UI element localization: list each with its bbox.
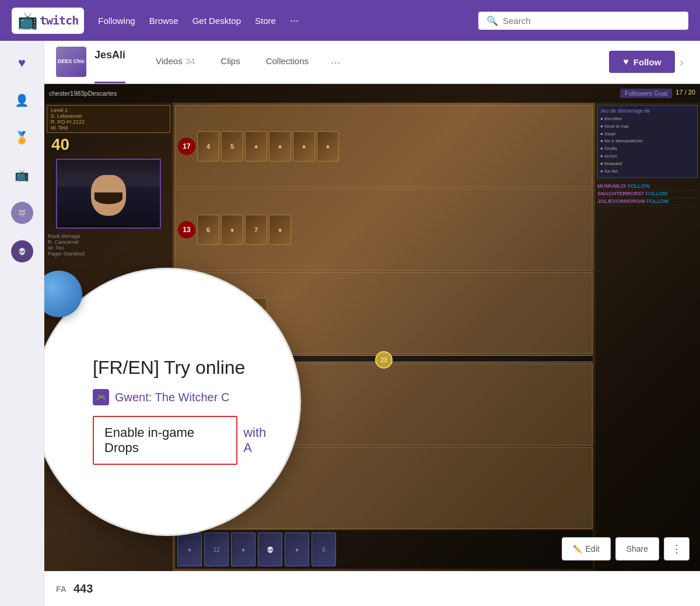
card-2-3: 7	[245, 215, 267, 245]
channel-tabs: Videos 34 Clips Collections ···	[143, 41, 609, 83]
top-navigation: 📺 twitch Following Browse Get Desktop St…	[0, 0, 700, 41]
viewer-count: 443	[74, 582, 93, 596]
chat-name-1: MUMUMLIX	[597, 183, 626, 189]
stream-title: [FR/EN] Try online	[93, 356, 276, 379]
player-stats: Level 1S. LebeaunerR. PO-FI 2122W. Test	[51, 107, 166, 131]
player-name: chester1983p	[49, 90, 88, 97]
game-name: Gwent: The Witcher C	[115, 391, 229, 404]
row-score-1: 17	[178, 138, 195, 155]
webcam-beard	[94, 192, 123, 204]
magnifier-content: [FR/EN] Try online 🎮 Gwent: The Witcher …	[44, 269, 299, 534]
search-input[interactable]	[503, 16, 680, 26]
content-area: DEES Chic JesAli Videos 34 Clips Collect…	[44, 41, 700, 606]
card-2-4: ♦	[269, 215, 291, 245]
sidebar-badge-icon[interactable]: 🏅	[9, 125, 35, 150]
row-score-2: 13	[178, 221, 195, 239]
game-icon: 🎮	[93, 389, 109, 405]
chat-action-2: FOLLOW	[646, 191, 668, 197]
followers-goal-box: Jeu de démarrage de ● Brocilles ● force …	[597, 105, 698, 178]
gwent-right-panel: Jeu de démarrage de ● Brocilles ● force …	[595, 103, 700, 571]
tab-videos[interactable]: Videos 34	[143, 41, 208, 83]
card-2-2: ♦	[221, 215, 243, 245]
chat-entry-2: SNACHTERROR57 FOLLOW	[597, 190, 698, 198]
bottom-left: FA 443	[56, 582, 93, 596]
search-bar: 🔍	[478, 12, 688, 30]
card-2-1: 6	[197, 215, 219, 245]
card-1-3: ♦	[245, 131, 267, 162]
gwent-row-1: 17 4 5 ♦ ♦ ♦ ♦	[175, 105, 593, 187]
divider-token: 23	[375, 351, 393, 369]
secondary-player-info: Rank bitmageR. CancarnetW. TiroPager Sta…	[47, 232, 170, 258]
nav-following[interactable]: Following	[98, 16, 135, 26]
chat-follow-section: MUMUMLIX FOLLOW SNACHTERROR57 FOLLOW JOL…	[597, 183, 698, 205]
follow-button[interactable]: ♥ Follow	[609, 51, 675, 73]
btm-card-6: 6	[312, 533, 336, 566]
card-1-6: ♦	[317, 131, 339, 162]
channel-name[interactable]: JesAli	[94, 41, 125, 83]
twitch-logo-text: twitch	[40, 13, 78, 27]
webcam-person	[57, 160, 160, 227]
sidebar-avatar-1[interactable]: 🐺	[11, 202, 33, 224]
drops-box: Enable in-game Drops	[93, 416, 237, 465]
chat-action-3: FOLLOW	[647, 198, 669, 204]
edit-button[interactable]: ✏️ Edit	[562, 537, 611, 561]
nav-browse[interactable]: Browse	[149, 16, 178, 26]
sidebar-twitch-icon[interactable]: 📺	[9, 162, 35, 188]
score-display: 17 / 20	[676, 89, 695, 98]
edit-label: Edit	[586, 544, 600, 554]
card-1-5: ♦	[293, 131, 315, 162]
gwent-player-score: 40	[47, 134, 170, 155]
main-layout: ♥ 👤 🏅 📺 🐺 💀 DEES Chic JesAli	[0, 41, 700, 606]
viewer-count-value: 443	[74, 582, 93, 595]
fa-label: FA	[56, 584, 66, 594]
channel-avatar: DEES Chic	[56, 47, 86, 77]
stream-actions: ✏️ Edit Share ⋮	[562, 537, 690, 561]
gwent-row-2: 13 6 ♦ 7 ♦	[175, 188, 593, 271]
tab-more[interactable]: ···	[321, 41, 350, 83]
stream-area: chester1983p Descartes Followers Goal 17…	[44, 84, 700, 571]
gwent-top-bar: chester1983p Descartes Followers Goal 17…	[44, 84, 700, 103]
game-menu-items: ● Brocilles ● force le mal ● Sorpl ● Ne …	[600, 115, 695, 175]
sidebar-avatar-2[interactable]: 💀	[11, 240, 33, 262]
chat-action-1: FOLLOW	[628, 183, 650, 189]
stream-webcam	[56, 159, 161, 229]
sidebar-profile-icon[interactable]: 👤	[9, 87, 35, 113]
player-char: Descartes	[88, 90, 117, 97]
nav-get-desktop[interactable]: Get Desktop	[192, 16, 241, 26]
nav-more-dots[interactable]: ···	[290, 15, 299, 27]
sidebar: ♥ 👤 🏅 📺 🐺 💀	[0, 41, 44, 606]
magnifier-circle: [FR/EN] Try online 🎮 Gwent: The Witcher …	[44, 268, 301, 536]
card-1-2: 5	[221, 131, 243, 162]
main-nav: Following Browse Get Desktop Store ···	[98, 15, 299, 27]
twitch-logo-icon: 📺	[18, 11, 37, 30]
follow-label: Follow	[634, 57, 662, 67]
twitch-logo[interactable]: 📺 twitch	[12, 8, 84, 34]
card-1-4: ♦	[269, 131, 291, 162]
channel-header: DEES Chic JesAli Videos 34 Clips Collect…	[44, 41, 700, 84]
tab-collections[interactable]: Collections	[253, 41, 321, 83]
chat-name-3: JOLIEVONMOROW	[597, 198, 645, 204]
nav-store[interactable]: Store	[255, 16, 276, 26]
drops-suffix: with A	[243, 425, 276, 456]
drops-row: Enable in-game Drops with A	[93, 416, 276, 465]
search-icon: 🔍	[487, 15, 498, 26]
game-link[interactable]: 🎮 Gwent: The Witcher C	[93, 389, 276, 405]
player-info-box: Level 1S. LebeaunerR. PO-FI 2122W. Test	[47, 105, 170, 133]
more-options-button[interactable]: ⋮	[664, 537, 690, 561]
bottom-bar: FA 443	[44, 571, 700, 606]
sidebar-heart-icon[interactable]: ♥	[9, 50, 35, 76]
share-button[interactable]: Share	[615, 537, 659, 561]
chat-entry-1: MUMUMLIX FOLLOW	[597, 183, 698, 190]
chat-name-2: SNACHTERROR57	[597, 191, 644, 197]
drops-label: Enable in-game Drops	[104, 425, 194, 455]
edit-pencil-icon: ✏️	[573, 545, 582, 554]
tab-clips[interactable]: Clips	[208, 41, 253, 83]
magnifier-overlay: [FR/EN] Try online 🎮 Gwent: The Witcher …	[44, 268, 313, 571]
followers-goal-label: Followers Goal	[620, 89, 672, 98]
chat-entry-3: JOLIEVONMOROW FOLLOW	[597, 198, 698, 205]
game-menu-title: Jeu de démarrage de	[600, 108, 695, 114]
channel-nav-arrow[interactable]: ›	[675, 55, 688, 69]
follow-heart-icon: ♥	[623, 57, 629, 67]
card-1-1: 4	[197, 131, 219, 162]
channel-avatar-text: DEES Chic	[58, 58, 85, 65]
